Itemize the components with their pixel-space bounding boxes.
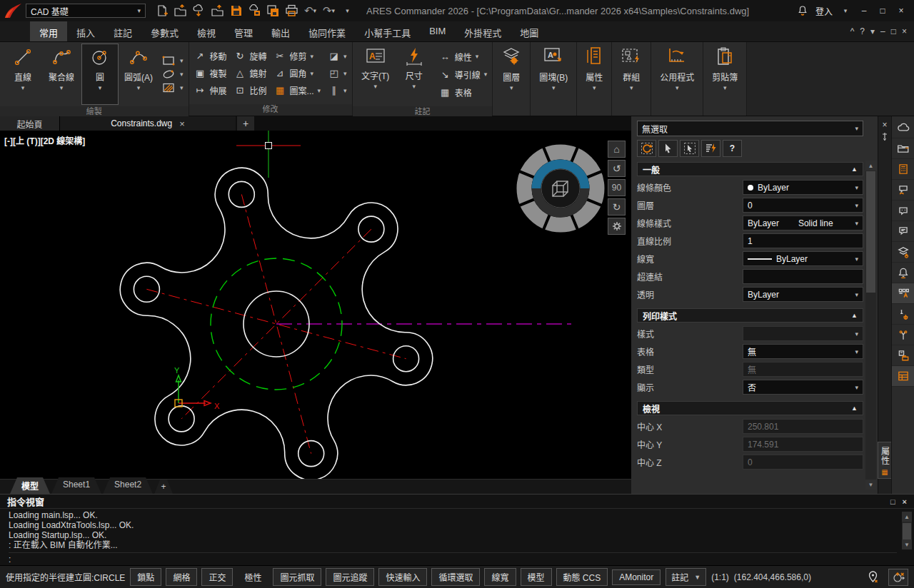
chevron-down-icon[interactable]: ▾ — [343, 70, 347, 77]
ribbon-tab[interactable]: 常用 — [30, 21, 67, 41]
help-button[interactable]: ? — [860, 26, 865, 36]
info-gear-icon[interactable] — [892, 304, 914, 325]
selection-filter-dropdown[interactable]: 無選取 ▾ — [637, 121, 863, 136]
status-toggle[interactable]: 網格 — [166, 568, 197, 586]
block-button[interactable]: A 圖塊(B)▾ — [531, 42, 576, 116]
leader[interactable]: ↘ 導引線 ▾ — [439, 66, 488, 82]
scroll-up-icon[interactable]: ▲ — [902, 512, 912, 522]
robot-chat-icon[interactable] — [892, 201, 914, 221]
scroll-down-icon[interactable]: ▼ — [902, 539, 912, 549]
doc-close-button[interactable]: × — [902, 26, 907, 36]
login-menu-caret[interactable]: ▾ — [837, 2, 854, 19]
utilities-button[interactable]: 公用程式▾ — [651, 42, 703, 116]
status-toggle[interactable]: AMonitor — [612, 569, 661, 585]
linear-dimension[interactable]: ↔ 線性 ▾ — [439, 49, 488, 64]
status-toggle[interactable]: 圖元追蹤 — [326, 568, 374, 586]
add-sheet-button[interactable]: + — [154, 480, 173, 494]
command-restore-icon[interactable]: □ — [890, 497, 895, 506]
property-value-field[interactable]: 0 ▾ — [743, 198, 863, 213]
chevron-down-icon[interactable]: ▾ — [343, 87, 347, 94]
align-tool[interactable]: ∥ ▾ — [328, 83, 347, 98]
start-page-tab[interactable]: 起始頁 — [0, 116, 60, 131]
status-toggle[interactable]: 正交 — [201, 568, 233, 586]
customize-qat-button[interactable]: ▾ — [338, 2, 356, 19]
line-button[interactable]: 直線▾ — [5, 44, 41, 104]
copy-tool[interactable]: ▣ 複製 ▾ — [194, 66, 227, 81]
status-toggle[interactable]: 極性 — [237, 568, 268, 586]
viewport-controls-label[interactable]: [-][上 (T)][2D 線架構] — [4, 134, 85, 146]
doc-minimize-button[interactable]: – — [880, 26, 885, 36]
scroll-up-icon[interactable]: ▲ — [865, 161, 876, 171]
block-folder-icon[interactable] — [892, 345, 914, 366]
new-document-tab-button[interactable]: + — [237, 116, 254, 131]
snip-plant-icon[interactable] — [892, 325, 914, 345]
select-entities-button[interactable] — [658, 140, 678, 157]
properties-scrollbar[interactable]: ▲ ▼ — [865, 161, 876, 490]
open-file-button[interactable] — [171, 2, 189, 19]
stretch-tool[interactable]: ↦ 伸展 ▾ — [194, 83, 227, 98]
property-value-field[interactable]: 無 ▾ — [743, 362, 863, 377]
chevron-down-icon[interactable]: ▾ — [855, 184, 858, 191]
property-value-field[interactable]: ByLayer ▾ — [743, 251, 863, 266]
chevron-down-icon[interactable]: ▾ — [311, 53, 314, 60]
pin-palette-icon[interactable] — [879, 131, 891, 142]
doc-restore-button[interactable]: □ — [891, 26, 896, 36]
properties-help-button[interactable]: ? — [723, 140, 742, 157]
status-toggle[interactable]: 模型 — [521, 568, 552, 586]
save-all-button[interactable] — [264, 2, 282, 19]
section-general[interactable]: 一般 ▲ — [637, 162, 863, 176]
scrollbar-thumb[interactable] — [866, 171, 875, 293]
chevron-down-icon[interactable]: ▾ — [484, 71, 488, 78]
property-value-field[interactable]: 無 ▾ — [743, 344, 863, 359]
table[interactable]: ▦ 表格 ▾ — [439, 84, 488, 100]
geolocation-icon[interactable] — [863, 569, 883, 586]
ribbon-tab[interactable]: 小幫手工具 — [355, 21, 420, 41]
clipboard-button[interactable]: 剪貼簿▾ — [703, 42, 746, 116]
open-cloud-button[interactable] — [209, 2, 226, 19]
close-button[interactable]: × — [893, 2, 910, 19]
properties-palette-tab[interactable]: 屬性 ▦ — [878, 442, 893, 479]
property-value-field[interactable]: 250.801 — [743, 419, 863, 434]
cloud-icon[interactable] — [892, 118, 914, 138]
property-value-field[interactable]: ▾ — [743, 269, 863, 284]
chevron-down-icon[interactable]: ▾ — [855, 255, 858, 263]
section-view[interactable]: 檢視 ▲ — [637, 401, 863, 415]
cloud-download-button[interactable] — [190, 2, 208, 19]
chevron-down-icon[interactable]: ▾ — [318, 87, 321, 94]
property-value-field[interactable]: ByLayer Solid line ▾ — [743, 216, 863, 230]
collapse-section-icon[interactable]: ▲ — [851, 166, 858, 173]
chevron-down-icon[interactable]: ▾ — [343, 53, 347, 60]
sheet-tab[interactable]: 模型 — [10, 477, 50, 494]
command-input[interactable]: : — [9, 552, 897, 564]
redo-button[interactable]: ↷▾ — [320, 2, 338, 19]
rotate-cw-button[interactable]: ↻ — [608, 198, 626, 216]
maximize-button[interactable]: □ — [874, 2, 891, 19]
property-value-field[interactable]: ByLayer ▾ — [743, 287, 863, 302]
minimize-button[interactable]: – — [855, 2, 873, 19]
ribbon-tab[interactable]: 輸出 — [262, 21, 299, 41]
chevron-down-icon[interactable]: ▾ — [855, 202, 858, 209]
help-menu-caret[interactable]: ▾ — [870, 26, 875, 36]
hatch-button[interactable]: ▾ — [162, 83, 184, 93]
dynamic-ucs-icon[interactable] — [888, 569, 908, 586]
groups-button[interactable]: 群組▾ — [612, 42, 651, 116]
comment-pin-icon[interactable] — [892, 180, 914, 201]
save-button[interactable] — [227, 2, 245, 19]
bell-icon[interactable] — [892, 263, 914, 283]
ribbon-tab[interactable]: 管理 — [225, 21, 262, 41]
chevron-down-icon[interactable]: ▾ — [855, 348, 858, 355]
ribbon-tab[interactable]: 外掛程式 — [455, 21, 511, 41]
text-button[interactable]: A 文字(T)▾ — [358, 44, 393, 104]
close-document-icon[interactable]: × — [179, 118, 185, 129]
scale-tool[interactable]: ⊡ 比例 ▾ — [234, 83, 267, 98]
layers-gear-icon[interactable] — [892, 242, 914, 263]
status-toggle[interactable]: 線寬 — [484, 568, 516, 586]
rotate-angle-value[interactable]: 90 — [608, 179, 626, 196]
status-toggle[interactable]: 快速輸入 — [378, 568, 427, 586]
rotate-tool[interactable]: ↻ 旋轉 ▾ — [234, 49, 267, 64]
notifications-bell-icon[interactable] — [794, 2, 811, 19]
chevron-down-icon[interactable]: ▾ — [855, 330, 858, 338]
sheet-tab[interactable]: Sheet2 — [103, 477, 153, 494]
property-value-field[interactable]: 174.591 — [743, 437, 863, 452]
status-toggle[interactable]: 鎖點 — [130, 568, 161, 586]
